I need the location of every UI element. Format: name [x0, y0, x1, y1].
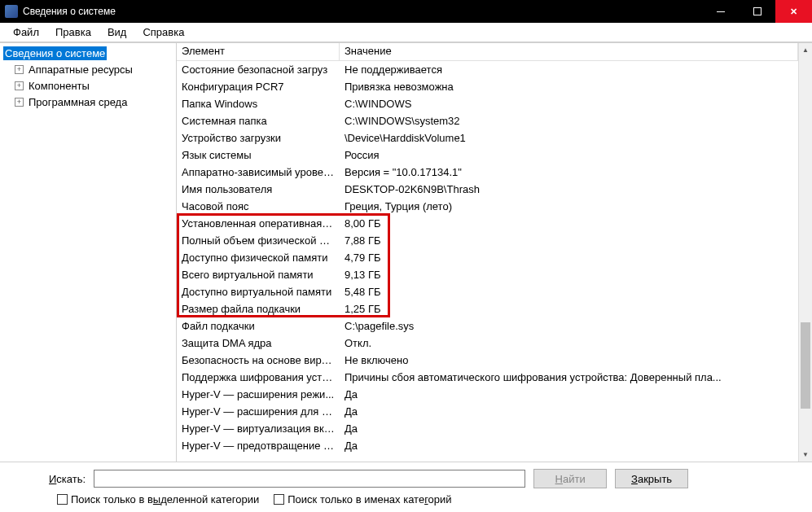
cell-value: DESKTOP-02K6N9B\Thrash: [340, 183, 798, 195]
vertical-scrollbar[interactable]: ▲ ▼: [798, 43, 812, 462]
cell-value: \Device\HarddiskVolume1: [340, 132, 798, 144]
cell-value: 1,25 ГБ: [340, 303, 798, 315]
tree-node-hardware[interactable]: + Аппаратные ресурсы: [0, 61, 176, 77]
table-row[interactable]: Системная папкаC:\WINDOWS\system32: [177, 112, 798, 129]
table-row[interactable]: Папка WindowsC:\WINDOWS: [177, 95, 798, 112]
tree-label-software: Программная среда: [27, 95, 129, 109]
table-row[interactable]: Hyper-V — виртуализация вкл...Да: [177, 420, 798, 437]
tree-root-label: Сведения о системе: [3, 46, 107, 60]
table-row[interactable]: Всего виртуальной памяти9,13 ГБ: [177, 266, 798, 283]
header-value[interactable]: Значение: [340, 43, 798, 60]
cell-element: Файл подкачки: [177, 320, 340, 332]
close-button[interactable]: ✕: [775, 0, 812, 23]
table-row[interactable]: Язык системыРоссия: [177, 147, 798, 164]
menu-edit[interactable]: Правка: [49, 24, 98, 40]
cell-element: Доступно физической памяти: [177, 252, 340, 264]
tree-root[interactable]: Сведения о системе: [0, 45, 176, 61]
cell-element: Hyper-V — предотвращение в...: [177, 440, 340, 452]
table-row[interactable]: Часовой поясГреция, Турция (лето): [177, 198, 798, 215]
expand-icon[interactable]: +: [15, 65, 24, 74]
cell-value: C:\pagefile.sys: [340, 320, 798, 332]
table-row[interactable]: Защита DMA ядраОткл.: [177, 335, 798, 352]
scroll-track[interactable]: [799, 57, 812, 448]
header-element[interactable]: Элемент: [177, 43, 340, 60]
menu-help[interactable]: Справка: [136, 24, 191, 40]
cell-value: C:\WINDOWS: [340, 98, 798, 110]
cell-value: Не поддерживается: [340, 63, 798, 76]
expand-icon[interactable]: +: [15, 98, 24, 107]
titlebar: Сведения о системе ✕: [0, 0, 812, 23]
cell-element: Язык системы: [177, 149, 340, 161]
cell-value: Причины сбоя автоматического шифрования …: [340, 371, 798, 383]
list-header[interactable]: Элемент Значение: [177, 43, 798, 61]
table-row[interactable]: Hyper-V — расширения для п...Да: [177, 403, 798, 420]
checkbox-label: Поиск только в выделенной категории: [71, 493, 259, 505]
cell-element: Поддержка шифрования устр...: [177, 371, 340, 383]
cell-value: 5,48 ГБ: [340, 286, 798, 298]
table-row[interactable]: Файл подкачкиC:\pagefile.sys: [177, 317, 798, 335]
tree-label-components: Компоненты: [27, 79, 91, 93]
tree-node-software[interactable]: + Программная среда: [0, 94, 176, 110]
checkbox-icon: [57, 494, 68, 505]
menubar: Файл Правка Вид Справка: [0, 23, 812, 42]
table-row[interactable]: Аппаратно-зависимый уровен...Версия = "1…: [177, 164, 798, 181]
cell-element: Размер файла подкачки: [177, 303, 340, 315]
cell-element: Безопасность на основе вирту...: [177, 354, 340, 366]
cell-value: Греция, Турция (лето): [340, 200, 798, 212]
tree-pane[interactable]: Сведения о системе + Аппаратные ресурсы …: [0, 43, 177, 462]
cell-value: Да: [340, 440, 798, 452]
tree-label-hardware: Аппаратные ресурсы: [27, 63, 134, 77]
cell-element: Защита DMA ядра: [177, 337, 340, 349]
cell-value: Да: [340, 388, 798, 400]
cell-value: Россия: [340, 149, 798, 161]
menu-file[interactable]: Файл: [7, 24, 46, 40]
table-row[interactable]: Доступно физической памяти4,79 ГБ: [177, 249, 798, 266]
checkbox-category-names[interactable]: Поиск только в именах категорий: [274, 493, 451, 505]
cell-element: Hyper-V — виртуализация вкл...: [177, 422, 340, 435]
table-row[interactable]: Полный объем физической па...7,88 ГБ: [177, 232, 798, 249]
table-row[interactable]: Безопасность на основе вирту...Не включе…: [177, 352, 798, 369]
checkbox-icon: [274, 494, 284, 505]
cell-element: Конфигурация PCR7: [177, 81, 340, 93]
cell-value: Откл.: [340, 337, 798, 349]
cell-element: Установленная оперативная п...: [177, 217, 340, 230]
menu-view[interactable]: Вид: [101, 24, 134, 40]
scroll-up-icon[interactable]: ▲: [799, 43, 812, 57]
tree-node-components[interactable]: + Компоненты: [0, 77, 176, 94]
cell-element: Устройство загрузки: [177, 132, 340, 144]
checkbox-selected-category[interactable]: Поиск только в выделенной категории: [57, 493, 259, 505]
maximize-button[interactable]: [739, 0, 775, 23]
table-row[interactable]: Состояние безопасной загрузНе поддержива…: [177, 61, 798, 78]
cell-element: Часовой пояс: [177, 200, 340, 212]
cell-element: Системная папка: [177, 115, 340, 127]
scroll-thumb[interactable]: [801, 322, 810, 409]
cell-element: Hyper-V — расширения для п...: [177, 405, 340, 418]
table-row[interactable]: Имя пользователяDESKTOP-02K6N9B\Thrash: [177, 181, 798, 198]
cell-element: Всего виртуальной памяти: [177, 269, 340, 281]
find-button[interactable]: Найти: [533, 469, 607, 488]
scroll-down-icon[interactable]: ▼: [799, 448, 812, 462]
minimize-button[interactable]: [702, 0, 739, 23]
expand-icon[interactable]: +: [15, 81, 24, 90]
table-row[interactable]: Доступно виртуальной памяти5,48 ГБ: [177, 283, 798, 300]
table-row[interactable]: Устройство загрузки\Device\HarddiskVolum…: [177, 129, 798, 147]
search-label: Искать:: [49, 473, 86, 485]
cell-element: Папка Windows: [177, 98, 340, 110]
table-row[interactable]: Размер файла подкачки1,25 ГБ: [177, 300, 798, 317]
cell-element: Аппаратно-зависимый уровен...: [177, 166, 340, 178]
cell-element: Полный объем физической па...: [177, 234, 340, 247]
cell-value: Версия = "10.0.17134.1": [340, 166, 798, 178]
cell-value: C:\WINDOWS\system32: [340, 115, 798, 127]
cell-value: 8,00 ГБ: [340, 217, 798, 230]
table-row[interactable]: Установленная оперативная п...8,00 ГБ: [177, 215, 798, 232]
list-pane: Элемент Значение Состояние безопасной за…: [177, 43, 812, 462]
close-search-button[interactable]: Закрыть: [615, 469, 688, 488]
list-body[interactable]: Состояние безопасной загрузНе поддержива…: [177, 61, 798, 454]
cell-value: Привязка невозможна: [340, 81, 798, 93]
cell-value: Да: [340, 405, 798, 418]
table-row[interactable]: Поддержка шифрования устр...Причины сбоя…: [177, 369, 798, 386]
table-row[interactable]: Конфигурация PCR7Привязка невозможна: [177, 78, 798, 95]
search-input[interactable]: [94, 470, 525, 488]
table-row[interactable]: Hyper-V — предотвращение в...Да: [177, 437, 798, 454]
table-row[interactable]: Hyper-V — расширения режи...Да: [177, 386, 798, 403]
